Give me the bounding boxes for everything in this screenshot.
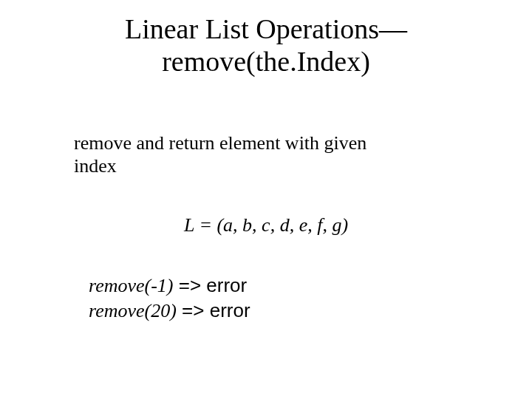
example-row-1: remove(-1) => error bbox=[89, 273, 250, 299]
slide-title: Linear List Operations— remove(the.Index… bbox=[0, 0, 532, 78]
description: remove and return element with given ind… bbox=[74, 132, 458, 177]
title-line-1: Linear List Operations— bbox=[125, 13, 407, 44]
list-definition: L = (a, b, c, d, e, f, g) bbox=[0, 214, 532, 236]
title-line-2: remove(the.Index) bbox=[162, 46, 370, 77]
example-row-2: remove(20) => error bbox=[89, 299, 250, 324]
example-result-2: => error bbox=[177, 299, 250, 321]
example-result-1: => error bbox=[174, 274, 248, 296]
examples-block: remove(-1) => error remove(20) => error bbox=[89, 273, 250, 323]
description-line-2: index bbox=[74, 155, 117, 177]
description-line-1: remove and return element with given bbox=[74, 132, 366, 154]
slide: Linear List Operations— remove(the.Index… bbox=[0, 0, 532, 399]
example-call-1: remove(-1) bbox=[89, 275, 174, 296]
example-call-2: remove(20) bbox=[89, 300, 177, 321]
